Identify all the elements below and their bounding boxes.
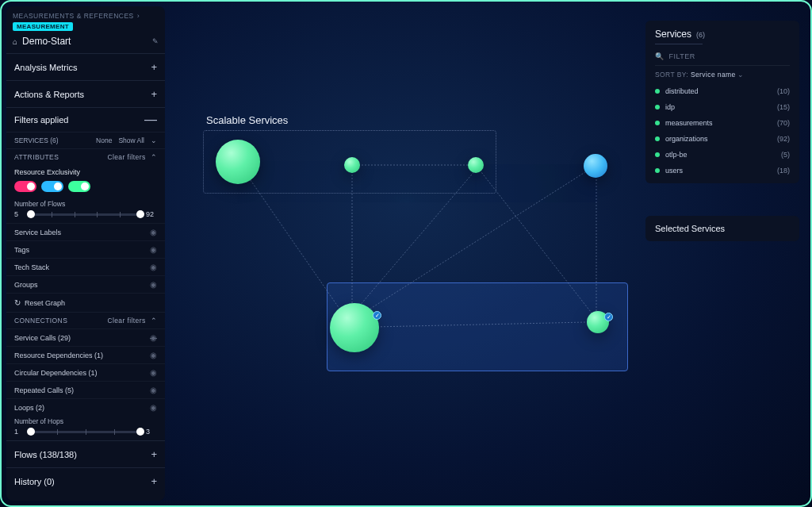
check-badge-icon: ✓ [604, 313, 613, 321]
plus-icon: + [151, 88, 157, 100]
attributes-subheader: ATTRIBUTES Clear filters ⌃ [6, 148, 165, 165]
section-label: History (0) [14, 477, 55, 486]
filter-tech-stack[interactable]: Tech Stack◉ [6, 258, 165, 275]
home-icon: ⌂ [13, 37, 17, 46]
plus-icon: + [151, 61, 157, 73]
dot-icon [655, 136, 660, 141]
service-item[interactable]: otlp-be(5) [655, 147, 790, 163]
slider-knob-right[interactable] [136, 428, 144, 436]
services-subheader: SERVICES (6) None Show All ⌄ [6, 132, 165, 148]
eye-icon[interactable]: ◉ [150, 263, 157, 271]
sidebar: MEASUREMENTS & REFERENCES › MEASUREMENT … [6, 6, 165, 501]
plus-icon: + [151, 448, 157, 460]
plus-icon: + [151, 475, 157, 487]
measurement-badge: MEASUREMENT [13, 22, 73, 31]
chevron-down-icon: ⌄ [737, 71, 744, 79]
search-icon: 🔍 [655, 52, 665, 60]
reset-icon: ↻ [14, 298, 21, 307]
filter-tags[interactable]: Tags◉ [6, 240, 165, 258]
chevron-down-icon[interactable]: ⌄ [151, 136, 157, 144]
eye-icon[interactable]: ◉ [150, 368, 157, 377]
hops-slider-label: Number of Hops [14, 417, 157, 425]
chevron-up-icon[interactable]: ⌃ [151, 153, 157, 161]
dot-icon [655, 168, 660, 173]
dot-icon [655, 105, 660, 109]
clear-filters-link[interactable]: Clear filters [107, 153, 145, 161]
slider-knob-right[interactable] [136, 210, 144, 218]
services-panel-title: Services (6) [655, 29, 703, 44]
eye-icon[interactable]: ◉ [150, 280, 157, 289]
conn-loops[interactable]: Loops (2)◉ [6, 398, 165, 416]
breadcrumb-label: MEASUREMENTS & REFERENCES [13, 12, 134, 20]
flows-max: 92 [146, 210, 157, 218]
actions-reports-section[interactable]: Actions & Reports + [6, 80, 165, 107]
services-sort[interactable]: SORT BY: Service name ⌄ [655, 71, 790, 79]
eye-off-icon[interactable]: ◉ [150, 333, 157, 342]
section-label: Actions & Reports [14, 90, 84, 99]
view-header: ⌂ Demo-Start ✎ [6, 34, 165, 53]
toggle-blue[interactable] [41, 181, 63, 192]
node-small-2[interactable] [468, 157, 484, 173]
node-large-1[interactable] [216, 140, 260, 184]
analysis-metrics-section[interactable]: Analysis Metrics + [6, 53, 165, 80]
attributes-label: ATTRIBUTES [14, 153, 59, 161]
service-item[interactable]: organizations(92) [655, 131, 790, 147]
slider-knob-left[interactable] [27, 428, 35, 436]
resource-exclusivity-label: Resource Exclusivity [6, 165, 165, 178]
section-label: Analysis Metrics [14, 63, 77, 72]
flows-track[interactable] [29, 213, 143, 216]
chevron-up-icon[interactable]: ⌃ [151, 317, 157, 325]
flows-min: 5 [14, 210, 25, 218]
conn-repeated-calls[interactable]: Repeated Calls (5)◉ [6, 381, 165, 398]
showall-link[interactable]: Show All [118, 136, 144, 144]
breadcrumb[interactable]: MEASUREMENTS & REFERENCES › [6, 6, 165, 21]
conn-service-calls[interactable]: Service Calls (29)◉ [6, 328, 165, 346]
services-count: (6) [696, 31, 705, 39]
canvas-title: Scalable Services [206, 114, 288, 126]
eye-icon[interactable]: ◉ [150, 351, 157, 359]
minus-icon: — [144, 117, 157, 122]
clear-filters-link[interactable]: Clear filters [107, 317, 145, 325]
node-large-2[interactable] [330, 303, 379, 352]
eye-icon[interactable]: ◉ [150, 245, 157, 254]
flows-slider-label: Number of Flows [14, 200, 157, 208]
none-link[interactable]: None [96, 136, 112, 144]
filters-applied-section[interactable]: Filters applied — [6, 107, 165, 132]
connections-label: CONNECTIONS [14, 317, 67, 325]
section-label: Filters applied [14, 115, 68, 125]
service-item[interactable]: users(18) [655, 163, 790, 179]
toggle-pink[interactable] [14, 181, 36, 192]
services-filter[interactable]: 🔍 FILTER [655, 52, 790, 66]
section-label: Flows (138/138) [14, 450, 77, 459]
node-small-1[interactable] [344, 157, 360, 173]
eye-icon[interactable]: ◉ [150, 228, 157, 236]
service-item[interactable]: distributed(10) [655, 83, 790, 99]
service-item[interactable]: idp(15) [655, 99, 790, 115]
dot-icon [655, 89, 660, 94]
dot-icon [655, 152, 660, 157]
hops-track[interactable] [29, 431, 143, 433]
services-panel: Services (6) 🔍 FILTER SORT BY: Service n… [645, 21, 799, 183]
service-item[interactable]: measurements(70) [655, 115, 790, 131]
check-badge-icon: ✓ [373, 311, 381, 320]
history-section[interactable]: History (0) + [6, 467, 165, 494]
hops-min: 1 [14, 428, 25, 436]
reset-graph[interactable]: ↻Reset Graph [6, 293, 165, 312]
flows-section[interactable]: Flows (138/138) + [6, 440, 165, 467]
services-list: distributed(10) idp(15) measurements(70)… [655, 83, 790, 179]
toggle-green[interactable] [68, 181, 90, 192]
filter-groups[interactable]: Groups◉ [6, 275, 165, 293]
dot-icon [655, 121, 660, 125]
eye-icon[interactable]: ◉ [150, 386, 157, 394]
filter-service-labels[interactable]: Service Labels◉ [6, 223, 165, 240]
view-title: Demo-Start [22, 36, 147, 47]
eye-icon[interactable]: ◉ [150, 403, 157, 412]
slider-knob-left[interactable] [27, 210, 35, 218]
conn-circular-deps[interactable]: Circular Dependencies (1)◉ [6, 363, 165, 381]
hops-max: 3 [146, 428, 157, 436]
edit-icon[interactable]: ✎ [152, 37, 159, 45]
connections-subheader: CONNECTIONS Clear filters ⌃ [6, 312, 165, 328]
conn-resource-deps[interactable]: Resource Dependencies (1)◉ [6, 346, 165, 363]
selected-services-panel[interactable]: Selected Services [645, 216, 799, 241]
node-blue[interactable] [584, 154, 607, 178]
